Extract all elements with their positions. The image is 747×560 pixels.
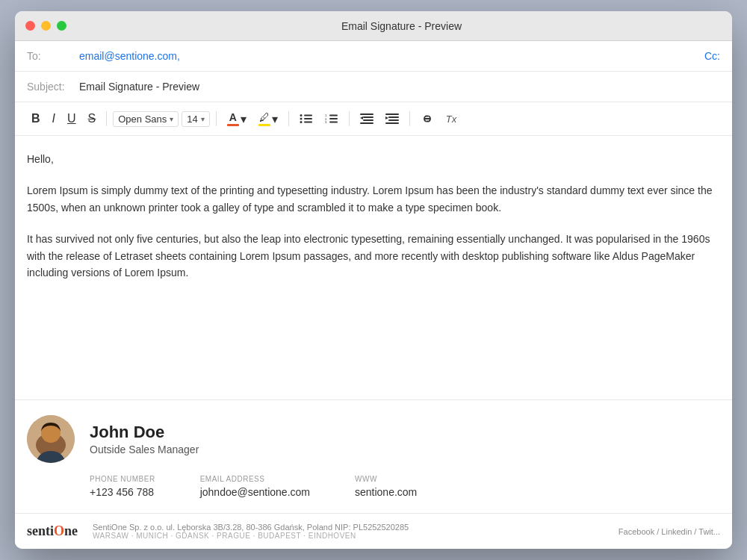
phone-label: PHONE NUMBER — [90, 475, 155, 483]
svg-point-4 — [300, 121, 302, 123]
chevron-down-icon: ▾ — [170, 115, 173, 123]
close-button[interactable] — [25, 21, 35, 31]
strikethrough-button[interactable]: S — [84, 109, 101, 128]
footer-cities: WARSAW · MUNICH · GDAŃSK · PRAGUE · BUDA… — [93, 532, 604, 540]
bold-button[interactable]: B — [27, 109, 45, 128]
svg-rect-18 — [388, 116, 399, 118]
link-icon — [421, 113, 434, 124]
font-color-button[interactable]: A ▾ — [223, 108, 251, 129]
svg-rect-11 — [329, 122, 338, 123]
toolbar-divider-4 — [349, 111, 350, 126]
greeting-text: Hello, — [27, 151, 720, 167]
font-family-value: Open Sans — [118, 113, 167, 125]
increase-indent-icon — [385, 113, 399, 124]
svg-rect-14 — [363, 119, 374, 121]
to-value: email@sentione.com, — [79, 50, 180, 62]
email-signature: John Doe Outside Sales Manager PHONE NUM… — [15, 399, 732, 513]
clear-format-button[interactable]: Tx — [441, 111, 461, 128]
signature-info: John Doe Outside Sales Manager — [90, 423, 199, 455]
sentione-logo: sentiOne — [27, 523, 78, 539]
svg-rect-13 — [363, 116, 374, 118]
decrease-indent-button[interactable] — [356, 111, 378, 127]
email-header: To: email@sentione.com, Cc: — [15, 41, 732, 72]
font-size-value: 14 — [187, 113, 197, 125]
highlight-color-swatch — [258, 124, 270, 126]
subject-label: Subject: — [27, 81, 79, 93]
svg-rect-3 — [304, 118, 312, 119]
footer-info: SentiOne Sp. z o.o. ul. Lęborska 3B/3.28… — [93, 523, 604, 540]
phone-contact-item: PHONE NUMBER +123 456 788 — [90, 475, 155, 498]
svg-text:3.: 3. — [325, 120, 327, 124]
svg-rect-7 — [329, 115, 338, 116]
signature-footer: sentiOne SentiOne Sp. z o.o. ul. Lęborsk… — [15, 513, 732, 549]
svg-rect-12 — [360, 113, 374, 115]
svg-rect-15 — [360, 122, 374, 124]
to-field-row: To: email@sentione.com, Cc: — [27, 41, 720, 71]
svg-marker-21 — [385, 116, 388, 119]
font-family-dropdown[interactable]: Open Sans ▾ — [113, 111, 179, 127]
to-label: To: — [27, 50, 79, 62]
font-color-swatch — [227, 124, 239, 126]
svg-rect-19 — [388, 119, 399, 121]
svg-rect-20 — [385, 122, 399, 124]
cc-label[interactable]: Cc: — [704, 50, 720, 62]
avatar — [27, 415, 75, 463]
email-label: EMAIL ADDRESS — [200, 475, 310, 483]
paragraph-2: It has survived not only five centuries,… — [27, 231, 720, 281]
email-value: johndoe@sentione.com — [200, 486, 310, 498]
numbered-list-button[interactable]: 1. 2. 3. — [320, 111, 343, 127]
toolbar-divider-3 — [288, 111, 289, 126]
svg-point-2 — [300, 118, 302, 120]
svg-rect-5 — [304, 122, 312, 123]
email-body[interactable]: Hello, Lorem Ipsum is simply dummy text … — [15, 136, 732, 399]
signature-title: Outside Sales Manager — [90, 444, 199, 455]
chevron-down-icon: ▾ — [241, 112, 247, 126]
avatar-image — [27, 415, 75, 463]
chevron-down-icon: ▾ — [201, 115, 205, 123]
paragraph-1: Lorem Ipsum is simply dummy text of the … — [27, 182, 720, 216]
chevron-down-icon: ▾ — [272, 112, 278, 126]
font-color-indicator: A — [227, 111, 239, 126]
highlight-color-indicator: 🖊 — [258, 111, 270, 126]
highlight-icon: 🖊 — [259, 111, 270, 123]
increase-indent-button[interactable] — [381, 111, 403, 127]
subject-value: Email Signature - Preview — [79, 81, 199, 93]
signature-name: John Doe — [90, 423, 199, 442]
link-button[interactable] — [416, 111, 438, 127]
www-value: sentione.com — [355, 486, 417, 498]
underline-button[interactable]: U — [63, 109, 81, 128]
subject-field-row: Subject: Email Signature - Preview — [15, 72, 732, 102]
decrease-indent-icon — [360, 113, 374, 124]
svg-rect-17 — [385, 113, 399, 115]
svg-rect-1 — [304, 115, 312, 116]
bullet-list-button[interactable] — [295, 111, 317, 127]
svg-rect-9 — [329, 118, 338, 119]
formatting-toolbar: B I U S Open Sans ▾ 14 ▾ A ▾ — [15, 102, 732, 136]
phone-value: +123 456 788 — [90, 486, 155, 498]
www-label: WWW — [355, 475, 417, 483]
maximize-button[interactable] — [57, 21, 66, 31]
title-bar: Email Signature - Preview — [15, 11, 732, 41]
logo-dot: O — [54, 523, 64, 538]
toolbar-divider-5 — [409, 111, 410, 126]
italic-button[interactable]: I — [48, 109, 60, 128]
www-contact-item: WWW sentione.com — [355, 475, 417, 498]
clear-format-label: Tx — [446, 113, 456, 125]
font-size-dropdown[interactable]: 14 ▾ — [182, 111, 209, 127]
email-compose: To: email@sentione.com, Cc: Subject: Ema… — [15, 41, 732, 549]
minimize-button[interactable] — [41, 21, 51, 31]
svg-marker-16 — [360, 116, 363, 119]
highlight-color-button[interactable]: 🖊 ▾ — [254, 108, 282, 129]
email-contact-item: EMAIL ADDRESS johndoe@sentione.com — [200, 475, 310, 498]
footer-address: SentiOne Sp. z o.o. ul. Lęborska 3B/3.28… — [93, 523, 604, 532]
bullet-list-icon — [300, 113, 313, 124]
traffic-lights — [25, 21, 66, 31]
app-window: Email Signature - Preview To: email@sent… — [15, 11, 732, 549]
logo-text: sentiOne — [27, 523, 78, 539]
signature-top: John Doe Outside Sales Manager — [27, 415, 720, 463]
window-title: Email Signature - Preview — [81, 20, 722, 32]
toolbar-divider-1 — [106, 111, 107, 126]
numbered-list-icon: 1. 2. 3. — [325, 113, 338, 124]
signature-contact: PHONE NUMBER +123 456 788 EMAIL ADDRESS … — [27, 475, 720, 498]
toolbar-divider-2 — [216, 111, 217, 126]
